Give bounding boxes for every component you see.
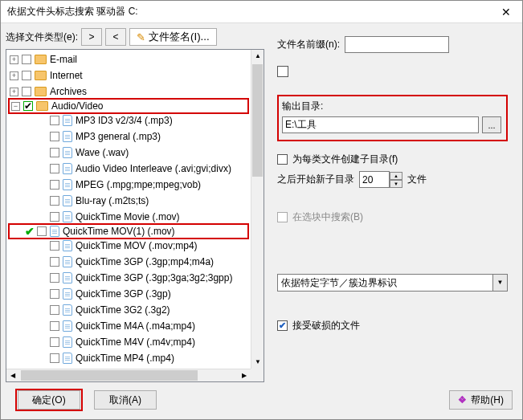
help-button[interactable]: ❖ 帮助(H) [449,390,513,410]
search-in-selection-label: 在选块中搜索(B) [292,210,363,224]
tree-leaf[interactable]: MP3 ID3 v2/3/4 (.mp3) [8,112,249,128]
prefix-input[interactable] [345,36,449,53]
filename-prefix-row: 文件名前缀(n): [277,36,508,53]
chevron-down-icon[interactable]: ▼ [493,274,508,292]
scroll-track[interactable] [19,369,238,381]
file-signature-button[interactable]: ✎ 文件签名(I)... [129,28,217,46]
scroll-thumb[interactable] [21,370,198,381]
tree-leaf[interactable]: QuickTime M4A (.m4a;mp4) [8,318,249,334]
checkbox[interactable] [50,148,59,157]
checkbox[interactable] [50,337,59,347]
checkbox[interactable] [50,180,59,190]
node-label: MP3 ID3 v2/3/4 (.mp3) [76,115,173,126]
new-subdir-row: 之后开始新子目录 ▲ ▼ 文件 [277,171,508,188]
boundary-dropdown[interactable]: 依据特定字节／簇边界标识 ▼ [277,274,508,292]
tree-leaf[interactable]: QuickTime 3GP (.3gp) [8,286,249,302]
expand-icon[interactable]: + [10,88,18,96]
node-label: Archives [50,86,87,97]
spin-down-icon[interactable]: ▼ [390,180,402,188]
tree-node-audiovideo[interactable]: − ✔ Audio/Video [8,98,249,114]
tree-leaf[interactable]: QuickTime MOV (.mov;mp4) [8,238,249,254]
prefix-label: 文件名前缀(n): [277,38,340,51]
prev-button[interactable]: < [105,28,126,46]
file-icon [63,272,72,283]
node-label: QuickTime 3G2 (.3g2) [76,304,170,316]
node-label: QuickTime Movie (.mov) [76,211,180,222]
checkbox[interactable] [50,164,59,173]
left-toolbar: 选择文件类型(e): > < ✎ 文件签名(I)... [6,28,264,46]
checkbox[interactable] [50,305,59,315]
tree-node-email[interactable]: + E-mail [8,51,249,67]
search-in-selection-row: 在选块中搜索(B) [277,210,508,224]
scroll-down-icon[interactable]: ▼ [251,356,264,369]
node-label: Internet [50,70,83,81]
tree-node-internet[interactable]: + Internet [8,67,249,84]
tree-leaf[interactable]: QuickTime 3GP (.3gp;mp4;m4a) [8,254,249,270]
tree-leaf[interactable]: QuickTime 3G2 (.3g2) [8,302,249,318]
window-title: 依据文件头标志搜索 驱动器 C: [7,5,138,18]
output-dir-input[interactable] [282,116,479,133]
tree-leaf[interactable]: QuickTime MP4 (.mp4) [8,350,249,366]
scroll-thumb[interactable] [252,64,263,177]
scroll-left-icon[interactable]: ◀ [6,369,19,382]
checkbox[interactable] [50,321,59,331]
create-subdir-row: 为每类文件创建子目录(f) [277,153,508,166]
file-icon [63,288,72,300]
tree-leaf[interactable]: QuickTime M4V (.m4v;mp4) [8,334,249,350]
checkbox[interactable] [22,71,31,80]
node-label: MP3 general (.mp3) [76,131,161,142]
scroll-right-icon[interactable]: ▶ [238,369,251,382]
checkbox[interactable] [50,212,59,222]
checkbox[interactable] [50,196,59,206]
checkbox[interactable] [22,55,31,64]
pencil-icon: ✎ [137,31,145,43]
tree-leaf[interactable]: Audio Video Interleave (.avi;gvi;divx) [8,161,249,177]
create-subdir-checkbox[interactable] [277,154,288,165]
unnamed-checkbox[interactable] [277,66,288,77]
close-button[interactable]: ✕ [490,1,522,23]
file-icon [63,336,72,348]
browse-button[interactable]: ... [482,116,501,133]
vertical-scrollbar[interactable]: ▲ ▼ [251,50,264,369]
tree-leaf[interactable]: Wave (.wav) [8,145,249,161]
checkbox[interactable]: ✔ [23,101,33,111]
node-label: QuickTime M4A (.m4a;mp4) [76,320,195,332]
checkbox[interactable] [50,132,59,141]
checkbox[interactable] [50,273,59,283]
spin-up-icon[interactable]: ▲ [390,172,402,180]
file-icon [50,226,59,237]
checkbox[interactable] [50,116,59,125]
checkbox[interactable] [22,87,31,96]
file-type-tree[interactable]: + E-mail + Internet + [6,50,251,369]
folder-icon [35,55,47,64]
scroll-up-icon[interactable]: ▲ [251,50,264,63]
checkbox[interactable] [50,353,59,363]
checkbox[interactable] [50,241,59,251]
tree-leaf[interactable]: QuickTime Movie (.mov) [8,209,249,225]
expand-icon[interactable]: + [10,71,18,80]
checkbox[interactable] [50,257,59,267]
tree-leaf[interactable]: QuickTime 3GP (.3gp;3ga;3g2;3gpp) [8,270,249,286]
node-label: QuickTime MOV(1) (.mov) [63,226,175,237]
node-label: QuickTime 3GP (.3gp;mp4;m4a) [76,256,214,267]
expand-icon[interactable]: + [10,55,18,64]
files-count-input[interactable] [359,171,390,188]
output-dir-group: 输出目录: ... [277,95,508,141]
tree-leaf[interactable]: Blu-ray (.m2ts;ts) [8,193,249,209]
folder-icon [36,101,48,111]
checkbox[interactable] [50,289,59,299]
cancel-button[interactable]: 取消(A) [94,390,157,410]
tree-node-archives[interactable]: + Archives [8,84,249,100]
tree-leaf[interactable]: MPEG (.mpg;mpe;mpeg;vob) [8,177,249,193]
tree-leaf[interactable]: MP3 general (.mp3) [8,128,249,145]
dialog-footer: 确定(O) 取消(A) ❖ 帮助(H) [1,382,522,419]
accept-broken-checkbox[interactable]: ✔ [277,320,288,331]
scroll-track[interactable] [251,63,264,356]
checkbox[interactable] [37,226,47,236]
horizontal-scrollbar[interactable]: ◀ ▶ [6,369,251,381]
collapse-icon[interactable]: − [11,102,20,111]
tree-leaf-quicktime-mov1[interactable]: ✔ QuickTime MOV(1) (.mov) [8,223,249,239]
ok-button[interactable]: 确定(O) [18,390,80,410]
file-icon [63,179,72,190]
next-button[interactable]: > [81,28,102,46]
